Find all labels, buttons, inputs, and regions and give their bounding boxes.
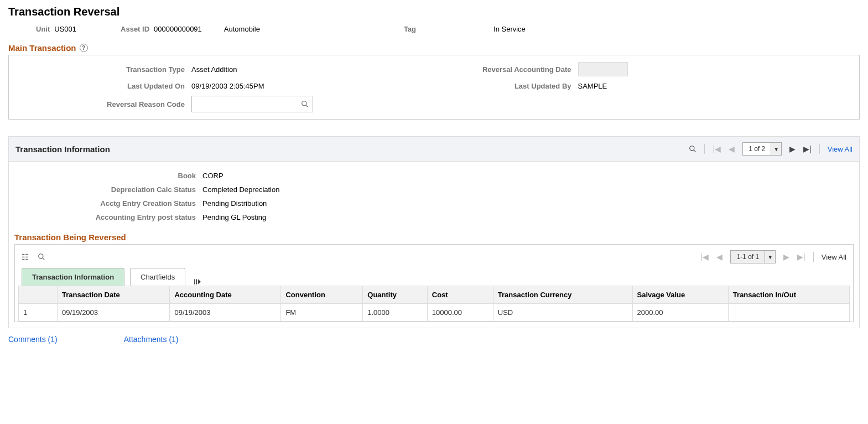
accounting-entry-post-status-value: Pending GL Posting [202, 213, 854, 221]
col-transaction-in-out[interactable]: Transaction In/Out [728, 286, 849, 304]
svg-line-1 [306, 105, 308, 107]
col-accounting-date[interactable]: Accounting Date [170, 286, 281, 304]
asset-description: Automobile [224, 25, 260, 33]
cell-convention: FM [281, 304, 363, 322]
svg-line-5 [43, 258, 44, 260]
expand-columns-icon [193, 278, 202, 286]
view-all-link[interactable]: View All [828, 145, 853, 153]
acctg-entry-creation-status-value: Pending Distribution [202, 199, 854, 208]
book-value: CORP [202, 172, 854, 180]
search-icon [301, 100, 309, 108]
last-updated-by-label: Last Updated By [467, 82, 578, 90]
asset-header-bar: Unit US001 Asset ID 000000000091 Automob… [8, 25, 860, 33]
reversal-grid: Transaction Date Accounting Date Convent… [18, 286, 850, 322]
grid-toolbar: ☷ |◀ ◀ 1-1 of 1 ▼ ▶ ▶| View All [18, 248, 850, 268]
unit-label: Unit [36, 25, 50, 33]
page-indicator[interactable]: 1 of 2 ▼ [742, 142, 782, 156]
main-transaction-heading: Main Transaction ? [8, 43, 88, 53]
comments-link[interactable]: Comments (1) [8, 335, 58, 344]
col-salvage-value[interactable]: Salvage Value [632, 286, 728, 304]
svg-point-4 [39, 254, 43, 258]
transaction-type-label: Transaction Type [14, 65, 191, 74]
chevron-down-icon[interactable]: ▼ [765, 251, 775, 263]
first-page-button: |◀ [713, 144, 721, 153]
transaction-being-reversed-box: ☷ |◀ ◀ 1-1 of 1 ▼ ▶ ▶| View All [14, 244, 854, 322]
footer-links: Comments (1) Attachments (1) [8, 335, 860, 344]
acctg-entry-creation-status-label: Acctg Entry Creation Status [14, 199, 202, 208]
reversal-reason-code-label: Reversal Reason Code [14, 100, 191, 108]
grid-prev-page-button: ◀ [716, 252, 723, 261]
grid-last-page-button: ▶| [797, 252, 805, 261]
grid-search-button[interactable] [38, 253, 45, 261]
svg-point-0 [302, 101, 306, 106]
col-cost[interactable]: Cost [427, 286, 493, 304]
svg-line-3 [694, 150, 696, 152]
reversal-reason-code-field[interactable] [191, 96, 313, 112]
help-icon[interactable]: ? [80, 44, 88, 52]
main-transaction-box: Transaction Type Asset Addition Reversal… [8, 55, 860, 120]
tab-transaction-information[interactable]: Transaction Information [22, 268, 124, 286]
svg-rect-6 [194, 279, 195, 284]
chevron-down-icon[interactable]: ▼ [771, 143, 781, 155]
last-page-button[interactable]: ▶| [803, 144, 812, 153]
next-page-button[interactable]: ▶ [789, 144, 796, 153]
cell-transaction-currency: USD [493, 304, 632, 322]
asset-status: In Service [493, 25, 526, 33]
table-row: 1 09/19/2003 09/19/2003 FM 1.0000 10000.… [19, 304, 850, 322]
grid-first-page-button: |◀ [701, 252, 709, 261]
cell-cost: 10000.00 [427, 304, 493, 322]
separator [819, 144, 820, 154]
grid-view-all-link[interactable]: View All [822, 253, 846, 261]
tab-chartfields[interactable]: Chartfields [130, 268, 185, 286]
transaction-information-panel: Transaction Information |◀ ◀ 1 of 2 ▼ ▶ … [8, 136, 860, 328]
cell-transaction-date: 09/19/2003 [58, 304, 170, 322]
last-updated-on-value: 09/19/2003 2:05:45PM [191, 82, 467, 90]
panel-search-button[interactable] [689, 145, 697, 153]
grid-personalize-icon[interactable]: ☷ [22, 252, 29, 261]
grid-next-page-button: ▶ [783, 252, 789, 261]
table-header-row: Transaction Date Accounting Date Convent… [19, 286, 850, 304]
col-transaction-currency[interactable]: Transaction Currency [493, 286, 632, 304]
col-transaction-date[interactable]: Transaction Date [58, 286, 170, 304]
last-updated-on-label: Last Updated On [14, 82, 191, 90]
cell-transaction-in-out [728, 304, 849, 322]
asset-id-label: Asset ID [121, 25, 149, 33]
prev-page-button: ◀ [729, 144, 735, 153]
col-quantity[interactable]: Quantity [363, 286, 428, 304]
reversal-accounting-date-label: Reversal Accounting Date [467, 65, 578, 74]
svg-point-2 [690, 146, 694, 151]
book-label: Book [14, 172, 202, 180]
cell-accounting-date: 09/19/2003 [170, 304, 281, 322]
main-transaction-heading-text: Main Transaction [8, 43, 76, 53]
transaction-type-value: Asset Addition [191, 65, 467, 74]
cell-salvage-value: 2000.00 [632, 304, 728, 322]
page-title: Transaction Reversal [8, 6, 860, 18]
accounting-entry-post-status-label: Accounting Entry post status [14, 213, 202, 221]
transaction-being-reversed-heading: Transaction Being Reversed [14, 232, 854, 242]
last-updated-by-value: SAMPLE [578, 82, 854, 90]
cell-quantity: 1.0000 [363, 304, 428, 322]
svg-rect-7 [196, 279, 197, 284]
cell-rownum: 1 [19, 304, 58, 322]
reversal-reason-code-lookup-button[interactable] [297, 96, 313, 112]
grid-page-indicator-text: 1-1 of 1 [731, 253, 765, 261]
show-all-columns-icon[interactable] [193, 278, 202, 286]
col-rownum [19, 286, 58, 304]
grid-tabs: Transaction Information Chartfields [22, 268, 850, 286]
svg-marker-8 [198, 279, 201, 284]
search-icon [38, 253, 45, 261]
separator [813, 252, 814, 262]
asset-id-value: 000000000091 [154, 25, 202, 33]
col-convention[interactable]: Convention [281, 286, 363, 304]
separator [704, 144, 705, 154]
transaction-information-title: Transaction Information [15, 144, 110, 154]
unit-value: US001 [54, 25, 76, 33]
search-icon [689, 145, 697, 153]
page-indicator-text: 1 of 2 [743, 145, 771, 153]
attachments-link[interactable]: Attachments (1) [124, 335, 179, 344]
tag-label: Tag [404, 25, 416, 33]
reversal-accounting-date-field[interactable] [578, 62, 628, 76]
dep-calc-status-label: Depreciation Calc Status [14, 185, 202, 194]
grid-page-indicator[interactable]: 1-1 of 1 ▼ [730, 250, 776, 263]
dep-calc-status-value: Completed Depreciation [202, 185, 854, 194]
